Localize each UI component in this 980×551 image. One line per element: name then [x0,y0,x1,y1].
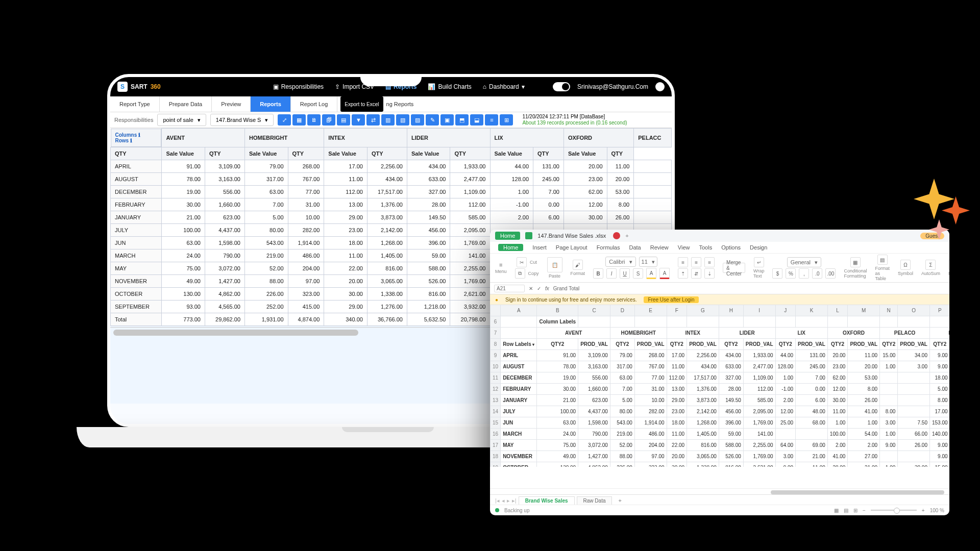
report-file-select[interactable]: 147.Brand Wise S▾ [210,114,274,126]
align-bottom-icon[interactable]: ⇣ [704,268,715,279]
chevron-down-icon: ▾ [522,83,525,90]
toolbar-icon-7[interactable]: ▥ [381,114,395,126]
subtab-preview[interactable]: Preview [212,96,251,112]
free-use-button[interactable]: Free Use after Login [644,296,698,303]
subtab-report-type[interactable]: Report Type [110,96,160,112]
zoom-slider[interactable] [871,510,917,511]
add-sheet-icon[interactable]: + [614,497,625,504]
fx-cancel-icon[interactable]: ✕ [529,286,533,291]
formula-value[interactable]: Grand Total [553,286,945,291]
number-format-select[interactable]: General ▾ [787,257,821,267]
nav-dashboard[interactable]: ⌂Dashboard ▾ [483,83,525,90]
align-right-icon[interactable]: ≡ [704,257,715,267]
filter-button[interactable]: ▽ [948,260,949,270]
bold-button[interactable]: B [593,268,603,279]
toolbar-icon-0[interactable]: ⤢ [278,114,291,126]
user-icon[interactable] [655,82,665,91]
toolbar-icon-9[interactable]: ▨ [411,114,424,126]
merge-center-button[interactable]: Merge & Center [723,263,745,273]
underline-button[interactable]: U [620,268,630,279]
ribbon-tab-home[interactable]: Home [498,244,523,251]
view-normal-icon[interactable]: ▦ [834,508,839,513]
app-brand: S SART 360 [117,82,161,92]
align-left-icon[interactable]: ≡ [678,257,688,267]
subtab-report-log[interactable]: Report Log [291,96,337,112]
italic-button[interactable]: I [606,268,617,279]
view-break-icon[interactable]: ⊞ [853,508,857,513]
zoom-out-icon[interactable]: − [863,508,866,513]
ribbon-tab-formulas[interactable]: Formulas [597,244,620,251]
comma-icon[interactable]: , [799,268,809,279]
ribbon-tab-design[interactable]: Design [750,244,767,251]
currency-icon[interactable]: $ [772,268,782,279]
ribbon-tab-data[interactable]: Data [629,244,641,251]
decimal-dec-icon[interactable]: .00 [825,268,836,279]
titlebar-home-tab[interactable]: Home [495,232,520,240]
font-size-select[interactable]: 11 ▾ [639,257,657,267]
autosum-button[interactable]: Σ [925,260,936,270]
brand-logo-icon: S [117,82,128,92]
cut-icon[interactable]: ✂ [517,257,527,267]
file-close-icon[interactable] [613,232,620,239]
sheet-nav-next-icon[interactable]: ▸ [507,497,510,504]
subtab-prepare-data[interactable]: Prepare Data [160,96,212,112]
align-top-icon[interactable]: ⇡ [678,268,688,279]
format-as-table-button[interactable]: ▤ [877,255,888,265]
toolbar-icon-13[interactable]: ⬓ [470,114,483,126]
user-email: Srinivasp@Sathguru.Com [577,83,648,90]
new-tab-plus-icon[interactable]: + [625,233,628,239]
nav-responsibilities[interactable]: ▣Responsibilities [273,83,324,90]
zoom-in-icon[interactable]: + [922,508,925,513]
wrap-text-button[interactable]: ↵ [754,257,764,267]
ribbon-tab-review[interactable]: Review [650,244,669,251]
percent-icon[interactable]: % [786,268,796,279]
toolbar-icon-15[interactable]: ⊞ [500,114,513,126]
toolbar-icon-12[interactable]: ⬒ [455,114,469,126]
subtab-reports[interactable]: Reports [251,96,291,112]
spreadsheet-grid[interactable]: ABCDEFGHIJKLMNOPQRST6Column Labels7AVENT… [490,305,949,467]
sheet-nav-last-icon[interactable]: ▸| [512,497,517,504]
ribbon-tab-view[interactable]: View [678,244,690,251]
toolbar-icon-10[interactable]: ✎ [426,114,439,126]
toolbar-icon-2[interactable]: 🗎 [307,114,321,126]
align-center-icon[interactable]: ≡ [691,257,701,267]
ribbon-tab-tools[interactable]: Tools [699,244,712,251]
font-select[interactable]: Calibri ▾ [605,257,635,267]
ribbon-tab-page-layout[interactable]: Page Layout [556,244,587,251]
toolbar-icon-6[interactable]: ⇄ [366,114,380,126]
theme-toggle[interactable] [553,82,570,91]
cell-reference[interactable]: A21 [494,285,525,292]
toolbar-icon-11[interactable]: ▣ [440,114,454,126]
font-color-button[interactable]: A [659,268,670,279]
toolbar-icon-3[interactable]: 🗐 [322,114,335,126]
chevron-down-icon: ▾ [198,117,201,123]
toolbar-icon-14[interactable]: ≡ [485,114,498,126]
responsibilities-select[interactable]: point of sale▾ [157,114,206,126]
paste-button[interactable]: 📋 [547,257,562,272]
align-middle-icon[interactable]: ⇵ [691,268,701,279]
toolbar-icon-5[interactable]: ▼ [352,114,365,126]
conditional-formatting-button[interactable]: ▦ [850,257,861,267]
format-painter-icon[interactable]: 🖌 [573,260,583,270]
fx-icon[interactable]: fx [545,286,549,291]
sheet-nav-first-icon[interactable]: |◂ [495,497,500,504]
nav-build-charts[interactable]: 📊Build Charts [428,83,471,90]
symbol-button[interactable]: Ω [900,260,911,270]
ribbon-tab-options[interactable]: Options [721,244,741,251]
copy-icon[interactable]: ⧉ [515,268,525,279]
fx-confirm-icon[interactable]: ✓ [537,286,541,291]
sheet-tab-brand-wise[interactable]: Brand Wise Sales [519,496,575,505]
decimal-inc-icon[interactable]: .0 [812,268,822,279]
ribbon: ≡Menu ✂Cut ⧉Copy 📋Paste 🖌Format Calibri … [490,254,949,283]
view-page-icon[interactable]: ▤ [844,508,848,513]
ribbon-tab-insert[interactable]: Insert [532,244,547,251]
strike-button[interactable]: S [633,268,643,279]
toolbar-icon-8[interactable]: ▧ [396,114,409,126]
toolbar-icon-4[interactable]: ▤ [337,114,350,126]
toolbar-icon-1[interactable]: ▦ [292,114,306,126]
menu-icon[interactable]: ≡ [499,262,502,268]
sheet-tab-raw-data[interactable]: Raw Data [577,496,612,505]
fill-color-button[interactable]: A [646,268,656,279]
sheet-nav-prev-icon[interactable]: ◂ [502,497,505,504]
export-tooltip: Export to Excel [340,96,383,112]
